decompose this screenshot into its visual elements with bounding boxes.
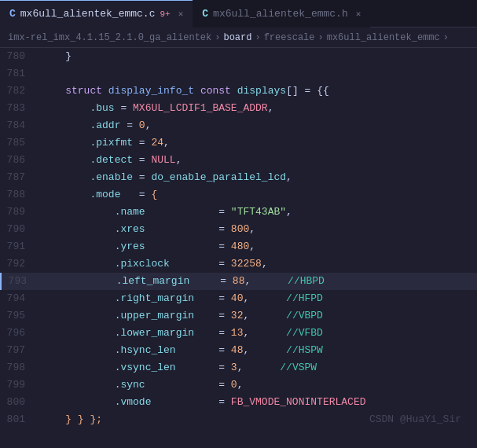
line-number: 783 [0,100,38,117]
line-number: 790 [0,221,38,238]
breadcrumb-file: mx6ull_alientek_emmc [327,32,440,43]
line-number: 781 [0,65,38,83]
line-number: 792 [0,255,38,273]
breadcrumb-board: board [223,32,251,43]
line-content: .addr = 0, [38,117,477,134]
line-content: .bus = MX6UL_LCDIF1_BASE_ADDR, [38,100,477,117]
code-line: 780 } [0,48,477,65]
code-line: 799 .sync = 0, [0,376,477,394]
line-number: 794 [0,290,38,307]
code-line: 800 .vmode = FB_VMODE_NONINTERLACED [0,394,477,411]
line-content: .enable = do_enable_parallel_lcd, [38,169,477,186]
tab-emmc-h[interactable]: C mx6ull_alientek_emmc.h ✕ [193,0,370,28]
line-number: 785 [0,134,38,152]
code-line: 788 .mode = { [0,186,477,204]
code-line: 792 .pixclock = 32258, [0,255,477,273]
line-content [38,65,477,83]
code-line: 796 .lower_margin = 13, //VFBD [0,325,477,342]
tab-emmc-c-badge: 9+ [160,9,170,19]
breadcrumb: imx-rel_imx_4.1.15_2.1.0_ga_alientek › b… [0,28,477,48]
tab-emmc-c-close[interactable]: ✕ [178,9,184,19]
tab-bar: C mx6ull_alientek_emmc.c 9+ ✕ C mx6ull_a… [0,0,477,28]
breadcrumb-freescale: freescale [264,32,315,43]
line-number: 786 [0,152,38,169]
code-line: 798 .vsync_len = 3, //VSPW [0,359,477,376]
line-number: 780 [0,48,38,65]
breadcrumb-sep3: › [317,32,323,43]
line-number: 797 [0,342,38,359]
line-content: .name = "TFT43AB", [38,204,477,221]
line-content: .sync = 0, [38,376,477,394]
code-line: 786 .detect = NULL, [0,152,477,169]
line-number: 788 [0,186,38,204]
code-area: 780 }781 782 struct display_info_t const… [0,48,477,448]
line-number: 784 [0,117,38,134]
tab-emmc-c[interactable]: C mx6ull_alientek_emmc.c 9+ ✕ [0,0,193,28]
breadcrumb-sep1: › [215,32,220,43]
breadcrumb-root: imx-rel_imx_4.1.15_2.1.0_ga_alientek [8,32,211,43]
code-line: 782 struct display_info_t const displays… [0,83,477,100]
code-line: 793 .left_margin = 88, //HBPD [0,273,477,290]
code-line: 790 .xres = 800, [0,221,477,238]
line-number: 793 [2,273,39,290]
line-content: .hsync_len = 48, //HSPW [38,342,477,359]
line-content: .xres = 800, [38,221,477,238]
line-content: .pixclock = 32258, [38,255,477,273]
h-file-icon: C [202,8,208,20]
line-content: } [38,48,477,65]
c-file-icon: C [9,8,16,20]
line-content: .detect = NULL, [38,152,477,169]
code-line: 787 .enable = do_enable_parallel_lcd, [0,169,477,186]
code-line: 785 .pixfmt = 24, [0,134,477,152]
tab-emmc-h-close[interactable]: ✕ [356,9,361,19]
line-number: 798 [0,359,38,376]
code-line: 795 .upper_margin = 32, //VBPD [0,307,477,325]
code-line: 797 .hsync_len = 48, //HSPW [0,342,477,359]
code-line: 783 .bus = MX6UL_LCDIF1_BASE_ADDR, [0,100,477,117]
breadcrumb-sep2: › [255,32,260,43]
code-line: 789 .name = "TFT43AB", [0,204,477,221]
code-line: 791 .yres = 480, [0,238,477,255]
line-content: .vmode = FB_VMODE_NONINTERLACED [38,394,477,411]
line-number: 796 [0,325,38,342]
line-content: .mode = { [38,186,477,204]
line-number: 800 [0,394,38,411]
line-number: 795 [0,307,38,325]
line-number: 789 [0,204,38,221]
line-content: } } }; CSDN @HuaYi_Sir [38,411,477,428]
breadcrumb-arrow: › [443,32,449,43]
line-number: 782 [0,83,38,100]
line-content: .vsync_len = 3, //VSPW [38,359,477,376]
line-content: .yres = 480, [38,238,477,255]
code-line: 784 .addr = 0, [0,117,477,134]
line-number: 787 [0,169,38,186]
tab-emmc-c-label: mx6ull_alientek_emmc.c [20,8,156,20]
line-content: .lower_margin = 13, //VFBD [38,325,477,342]
line-content: .upper_margin = 32, //VBPD [38,307,477,325]
code-line: 781 [0,65,477,83]
line-content: .left_margin = 88, //HBPD [39,273,477,290]
line-content: .pixfmt = 24, [38,134,477,152]
line-content: struct display_info_t const displays[] =… [38,83,477,100]
line-number: 801 [0,411,38,428]
line-number: 791 [0,238,38,255]
line-number: 799 [0,376,38,394]
line-content: .right_margin = 40, //HFPD [38,290,477,307]
code-line: 794 .right_margin = 40, //HFPD [0,290,477,307]
tab-emmc-h-label: mx6ull_alientek_emmc.h [213,8,348,20]
code-line: 801 } } }; CSDN @HuaYi_Sir [0,411,477,428]
